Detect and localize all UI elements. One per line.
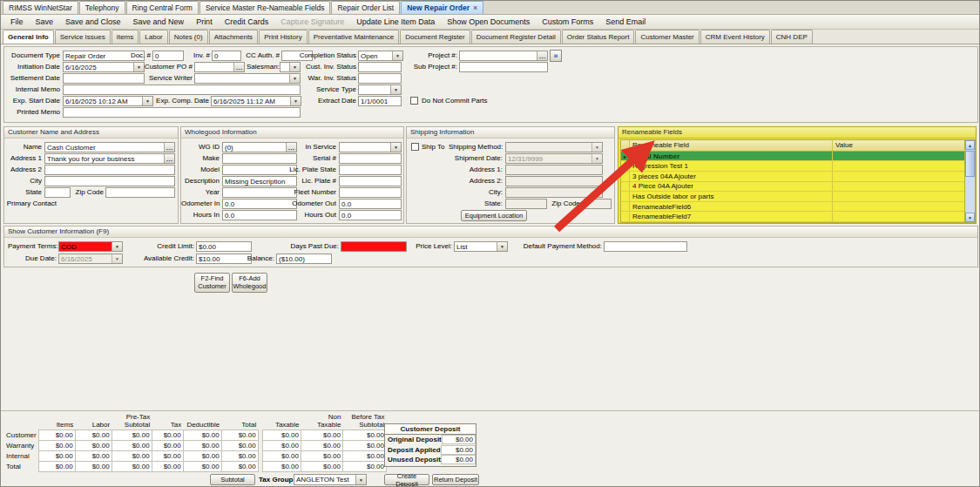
tab-order-status-report[interactable]: Order Status Report <box>562 30 635 44</box>
settlement-date-field[interactable] <box>63 73 145 84</box>
value-cell[interactable] <box>832 161 964 171</box>
hours-out-field[interactable]: 0.0 <box>339 210 402 220</box>
customer-city-field[interactable] <box>44 176 175 186</box>
customer-zip-field[interactable] <box>105 187 175 198</box>
equipment-location-button[interactable]: Equipment Location <box>461 210 527 221</box>
menu-print[interactable]: Print <box>190 15 219 29</box>
ship-to-checkbox[interactable] <box>411 143 419 151</box>
completion-status-dropdown[interactable]: Open▼ <box>358 51 403 61</box>
renameable-row[interactable]: RenameableField6 <box>621 202 964 213</box>
renameable-row[interactable]: Regression Test 1 <box>621 161 964 172</box>
war-inv-status-field[interactable] <box>358 73 402 84</box>
customer-name-field[interactable]: Cash Customer… <box>44 142 175 152</box>
chevron-down-icon[interactable]: ▼ <box>289 74 300 83</box>
value-cell[interactable] <box>832 212 964 221</box>
menu-save[interactable]: Save <box>30 15 60 29</box>
do-not-commit-parts-checkbox[interactable] <box>410 97 418 105</box>
add-wholegood-button[interactable]: F6-Add Wholegood <box>232 273 267 293</box>
menu-custom-forms[interactable]: Custom Forms <box>536 15 599 29</box>
chevron-down-icon[interactable]: ▼ <box>355 475 366 484</box>
tab-service-issues[interactable]: Service Issues <box>55 30 111 44</box>
chevron-down-icon[interactable]: ▼ <box>112 242 122 251</box>
menu-show-open-documents[interactable]: Show Open Documents <box>441 15 536 29</box>
tab-notes[interactable]: Notes (0) <box>169 30 208 44</box>
chevron-down-icon[interactable]: ▼ <box>390 85 401 94</box>
initiation-date-field[interactable]: 6/16/2025▼ <box>63 62 145 72</box>
value-cell[interactable] <box>832 182 964 192</box>
value-cell[interactable] <box>832 152 964 161</box>
tab-document-register-detail[interactable]: Document Register Detail <box>471 30 561 44</box>
chevron-down-icon[interactable]: ▼ <box>290 97 301 105</box>
renameable-row[interactable]: 3 pieces 04A Ajouter <box>621 172 964 182</box>
menu-send-email[interactable]: Send Email <box>599 15 652 29</box>
doc-tab-rimss-winnetstar[interactable]: RIMSS WinNetStar <box>3 1 78 14</box>
tax-group-dropdown[interactable]: ANGLETON Test▼ <box>294 474 367 485</box>
tab-document-register[interactable]: Document Register <box>400 30 470 44</box>
sub-project-no-field[interactable] <box>459 62 548 72</box>
find-customer-button[interactable]: F2-Find Customer <box>194 273 230 293</box>
create-deposit-button[interactable]: Create Deposit <box>384 474 429 485</box>
menu-save-and-new[interactable]: Save and New <box>127 15 191 29</box>
ellipsis-icon[interactable]: … <box>164 154 174 163</box>
show-customer-information-toggle[interactable]: Show Customer Information (F9) <box>4 227 977 238</box>
value-cell[interactable] <box>832 172 964 181</box>
scroll-up-icon[interactable]: ▲ <box>965 140 975 150</box>
tab-crm-event-history[interactable]: CRM Event History <box>700 30 770 44</box>
lic-plate-state-field[interactable] <box>339 165 402 175</box>
doc-tab-repair-order-list[interactable]: Repair Order List <box>331 1 400 14</box>
menu-file[interactable]: File <box>4 15 30 29</box>
return-deposit-button[interactable]: Return Deposit <box>432 474 479 485</box>
ellipsis-icon[interactable]: … <box>537 51 547 60</box>
doc-tab-new-repair-order[interactable]: New Repair Order × <box>401 1 483 14</box>
scrollbar-track[interactable] <box>965 178 975 213</box>
scrollbar-thumb[interactable] <box>965 151 975 177</box>
customer-address1-field[interactable]: Thank you for your business… <box>44 153 175 164</box>
price-level-dropdown[interactable]: List▼ <box>454 241 508 252</box>
doc-tab-ring-central-form[interactable]: Ring Central Form <box>126 1 199 14</box>
menu-save-and-close[interactable]: Save and Close <box>59 15 127 29</box>
payment-terms-dropdown[interactable]: COD▼ <box>58 241 123 252</box>
extract-date-field[interactable]: 1/1/0001 <box>358 96 402 106</box>
ellipsis-icon[interactable]: … <box>233 63 244 71</box>
tab-items[interactable]: Items <box>112 30 139 44</box>
ellipsis-icon[interactable]: … <box>164 143 174 152</box>
tab-labor[interactable]: Labor <box>139 30 167 44</box>
close-icon[interactable]: × <box>473 4 477 12</box>
renameable-field-column-header[interactable]: Renameable Field <box>630 140 832 151</box>
menu-credit-cards[interactable]: Credit Cards <box>219 15 275 29</box>
doc-tab-service-master-renameable-fields[interactable]: Service Master Re-Nameable Fields <box>199 1 331 14</box>
value-column-header[interactable]: Value <box>832 140 964 151</box>
default-payment-method-field[interactable] <box>604 241 687 252</box>
scroll-down-icon[interactable]: ▼ <box>965 213 975 222</box>
inv-no-field[interactable]: 0 <box>212 51 241 61</box>
service-type-dropdown[interactable]: ▼ <box>358 85 402 95</box>
chevron-down-icon[interactable]: ▼ <box>289 63 300 71</box>
in-service-dropdown[interactable]: ▼ <box>339 142 402 152</box>
customer-po-field[interactable]: … <box>194 62 245 72</box>
tab-cnh-dep[interactable]: CNH DEP <box>771 30 813 44</box>
tab-attachments[interactable]: Attachments <box>209 30 258 44</box>
tab-general-info[interactable]: General Info <box>3 30 54 44</box>
tab-customer-master[interactable]: Customer Master <box>635 30 699 44</box>
salesman-dropdown[interactable]: ▼ <box>280 62 301 72</box>
cust-inv-status-field[interactable] <box>358 62 402 72</box>
internal-memo-field[interactable] <box>63 85 301 95</box>
renameable-row[interactable]: 4 Piece 04A Ajouter <box>621 182 964 193</box>
customer-state-field[interactable] <box>44 187 71 198</box>
menu-update-line-item-data[interactable]: Update Line Item Data <box>350 15 441 29</box>
lic-plate-no-field[interactable] <box>339 176 402 186</box>
exp-comp-date-field[interactable]: 6/16/2025 11:12 AM▼ <box>211 96 301 106</box>
renameable-row[interactable]: ▸ Serial Number <box>621 152 964 162</box>
renameable-row[interactable]: RenameableField7 <box>621 212 964 222</box>
tab-print-history[interactable]: Print History <box>259 30 308 44</box>
renameable-scrollbar[interactable]: ▲ ▼ <box>964 140 975 222</box>
value-cell[interactable] <box>832 202 964 212</box>
renameable-row[interactable]: Has Outside labor or parts <box>621 192 964 202</box>
service-writer-dropdown[interactable]: ▼ <box>194 73 301 84</box>
exp-start-date-field[interactable]: 6/16/2025 10:12 AM▼ <box>63 96 153 106</box>
chevron-down-icon[interactable]: ▼ <box>392 51 402 60</box>
chevron-down-icon[interactable]: ▼ <box>390 143 401 152</box>
project-no-field[interactable]: … <box>459 51 548 61</box>
doc-tab-telephony[interactable]: Telephony <box>79 1 125 14</box>
value-cell[interactable] <box>832 192 964 201</box>
